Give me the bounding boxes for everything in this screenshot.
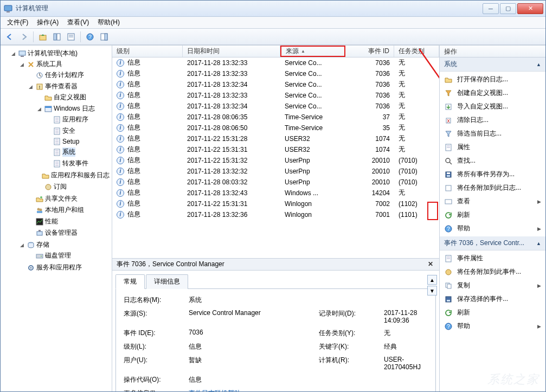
action-item[interactable]: 刷新 [440,208,545,222]
event-row[interactable]: i信息2017-11-22 15:31:31Winlogon7002(1102) [112,198,439,209]
tree-node[interactable]: 本地用户和组 [28,205,111,215]
event-row[interactable]: i信息2017-11-28 13:32:33Service Co...7036无 [112,57,439,68]
close-button[interactable]: ✕ [517,3,543,14]
tree-node[interactable]: ◢!事件查看器 [28,81,111,92]
menu-action[interactable]: 操作(A) [34,17,62,28]
action-item[interactable]: 将任务附加到此事件... [440,265,545,279]
action-item[interactable]: 事件属性 [440,252,545,265]
level-label: 级别(L): [124,342,183,351]
action-label: 将任务附加到此事件... [457,267,541,277]
column-category[interactable]: 任务类别 [394,46,439,57]
tree-node[interactable]: 设备管理器 [28,228,111,238]
event-row[interactable]: i信息2017-11-22 15:31:31USER321074无 [112,144,439,155]
event-row[interactable]: i信息2017-11-28 08:06:35Time-Service37无 [112,112,439,123]
collapse-icon[interactable]: ◢ [20,242,25,248]
action-item[interactable]: 将所有事件另存为... [440,168,545,181]
titlebar[interactable]: 计算机管理 ─ ▢ ✕ [1,1,545,17]
action-item[interactable]: 清除日志... [440,113,545,127]
back-button[interactable] [4,31,16,43]
clear-icon [444,116,453,125]
action-label: 帮助 [457,322,533,331]
tree-node[interactable]: 服务和应用程序 [19,262,111,273]
navigation-tree[interactable]: ◢计算机管理(本地)◢系统工具任务计划程序◢!事件查看器自定义视图◢Window… [1,46,112,391]
tree-node[interactable]: Setup [45,137,111,146]
tree-node[interactable]: ◢Windows 日志 [36,104,111,114]
event-row[interactable]: i信息2017-11-28 08:06:50Time-Service35无 [112,123,439,133]
column-datetime[interactable]: 日期和时间 [183,46,280,57]
collapse-icon[interactable]: ◢ [11,51,17,56]
maximize-button[interactable]: ▢ [500,3,516,14]
menu-view[interactable]: 查看(V) [64,17,92,28]
event-row[interactable]: i信息2017-11-28 13:32:34Service Co...7036无 [112,79,439,90]
column-level[interactable]: 级别 [112,46,183,57]
column-source[interactable]: 来源 ▲ [280,46,345,57]
event-row[interactable]: i信息2017-11-28 13:32:33Service Co...7036无 [112,90,439,101]
actions-event-header[interactable]: 事件 7036，Service Contr... ▲ [440,236,545,250]
event-row[interactable]: i信息2017-11-28 08:03:32UserPnp20010(7010) [112,177,439,188]
tree-node[interactable]: ◢系统工具 [19,59,111,69]
tree-node[interactable]: 订阅 [36,182,111,192]
menu-help[interactable]: 帮助(H) [94,17,123,28]
properties-button[interactable] [65,31,77,43]
action-item[interactable]: 属性 [440,140,545,154]
event-row[interactable]: i信息2017-11-22 15:31:32UserPnp20010(7010) [112,155,439,166]
forward-button[interactable] [18,31,30,43]
action-item[interactable]: ?帮助▶ [440,319,545,333]
tree-node[interactable]: 磁盘管理 [28,250,111,261]
tree-node[interactable]: 共享文件夹 [28,194,111,204]
detail-close-button[interactable]: ✕ [426,260,435,269]
svg-rect-2 [40,35,46,40]
level-text: 信息 [127,210,140,219]
action-item[interactable]: 导入自定义视图... [440,100,545,113]
actions-system-header[interactable]: 系统 ▲ [440,57,545,72]
action-item[interactable]: 创建自定义视图... [440,86,545,100]
datetime-cell: 2017-11-28 13:32:32 [183,168,280,175]
tree-node[interactable]: ◢存储 [19,240,111,250]
show-hide-tree-button[interactable] [51,31,63,43]
action-item[interactable]: ?帮助▶ [440,222,545,235]
source-cell: UserPnp [280,168,345,175]
tree-node[interactable]: 自定义视图 [36,92,111,102]
event-row[interactable]: i信息2017-11-28 13:32:34Service Co...7036无 [112,101,439,112]
svg-rect-13 [21,56,24,57]
eventid-cell: 7001 [345,211,394,219]
tree-node[interactable]: 系统 [45,147,111,157]
column-eventid[interactable]: 事件 ID [345,46,394,57]
event-row[interactable]: i信息2017-11-28 13:32:32UserPnp20010(7010) [112,166,439,177]
online-help-link[interactable]: 事件日志联机帮助 [189,389,241,391]
menu-file[interactable]: 文件(F) [4,17,31,28]
action-item[interactable]: 保存选择的事件... [440,292,545,306]
event-list-body[interactable]: i信息2017-11-28 13:32:33Service Co...7036无… [112,57,439,258]
action-item[interactable]: 筛选当前日志... [440,127,545,140]
help-button[interactable]: ? [84,31,96,43]
tree-node[interactable]: 应用程序 [45,114,111,125]
tree-node[interactable]: 任务计划程序 [28,70,111,80]
minimize-button[interactable]: ─ [483,3,499,14]
action-item[interactable]: 复制▶ [440,279,545,292]
tree-node[interactable]: 转发事件 [45,158,111,169]
tree-node[interactable]: 性能 [28,216,111,227]
collapse-icon[interactable]: ◢ [29,84,34,89]
level-text: 信息 [127,166,140,176]
tree-node[interactable]: 应用程序和服务日志 [36,170,111,181]
event-row[interactable]: i信息2017-11-28 13:32:33Service Co...7036无 [112,68,439,79]
tab-general[interactable]: 常规 [115,274,145,289]
event-row[interactable]: i信息2017-11-22 15:31:28USER321074无 [112,133,439,144]
next-event-button[interactable]: ▼ [427,286,437,295]
eventid-cell: 14204 [345,189,394,197]
prev-event-button[interactable]: ▲ [427,275,437,285]
tree-node[interactable]: 安全 [45,126,111,136]
up-button[interactable] [37,31,49,43]
action-item[interactable]: 将任务附加到此日志... [440,181,545,195]
tab-details[interactable]: 详细信息 [146,274,188,289]
collapse-icon[interactable]: ◢ [20,62,25,67]
collapse-icon[interactable]: ◢ [37,106,43,112]
event-row[interactable]: i信息2017-11-28 13:32:36Winlogon7001(1101) [112,209,439,220]
action-item[interactable]: 查找... [440,154,545,168]
action-item[interactable]: 查看▶ [440,195,545,208]
action-item[interactable]: 刷新 [440,306,545,319]
event-row[interactable]: i信息2017-11-28 13:32:43Windows ...14204无 [112,188,439,198]
action-item[interactable]: 打开保存的日志... [440,73,545,86]
show-action-pane-button[interactable] [98,31,110,43]
tree-node[interactable]: ◢计算机管理(本地) [10,48,111,59]
